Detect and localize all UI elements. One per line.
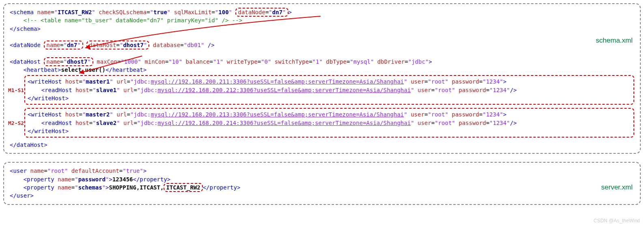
- code-datahost-close: </dataHost>: [10, 141, 634, 149]
- side-label-m2s2: M2-S2: [8, 120, 24, 126]
- master-slave-group-2: M2-S2 <writeHost host="master2" url="jdb…: [24, 108, 634, 138]
- code-group2: <writeHost host="master2" url="jdbc:mysq…: [28, 110, 631, 135]
- file-label-schema: schema.xml: [596, 37, 633, 45]
- file-label-server: server.xml: [601, 183, 633, 192]
- code-user: <user name="root" defaultAccount="true">…: [10, 167, 634, 200]
- side-label-m1s1: M1-S1: [8, 87, 24, 93]
- server-xml-block: server.xml <user name="root" defaultAcco…: [3, 162, 641, 204]
- schema-xml-block: schema.xml <schema name="ITCAST_RW2" che…: [3, 3, 641, 154]
- code-schema: <schema name="ITCAST_RW2" checkSQLschema…: [10, 8, 634, 74]
- master-slave-group-1: M1-S1 <writeHost host="master1" url="jdb…: [24, 75, 634, 105]
- code-group1: <writeHost host="master1" url="jdbc:mysq…: [28, 77, 631, 102]
